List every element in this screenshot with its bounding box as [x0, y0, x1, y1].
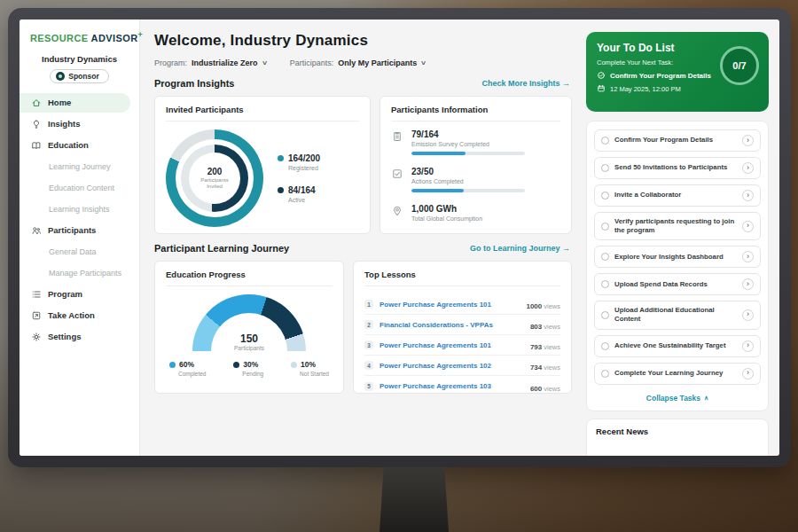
- chevron-right-icon[interactable]: ›: [742, 135, 754, 146]
- lesson-row[interactable]: 5 Power Purchase Agreements 103 600views: [364, 376, 560, 396]
- sidebar-item-label: Participants: [48, 225, 96, 235]
- lesson-row[interactable]: 1 Power Purchase Agreements 101 1000view…: [364, 294, 560, 315]
- chevron-up-icon: ∧: [704, 395, 708, 402]
- lesson-link[interactable]: Financial Considerations - VPPAs: [379, 321, 524, 329]
- lesson-link[interactable]: Power Purchase Agreements 101: [379, 301, 520, 309]
- check-circle-icon: [597, 71, 606, 80]
- program-filter-value: Industrialize Zero: [192, 59, 258, 67]
- invited-total-label: Participants Invited: [194, 177, 235, 191]
- gauge-legend: 60% Completed 30% Pending 10%: [169, 360, 329, 377]
- insights-cards-row: Invited Participants 200 Participants In…: [154, 96, 572, 234]
- task-item[interactable]: Achieve One Sustainability Target ›: [594, 335, 761, 357]
- consumption-pin-icon: [391, 205, 403, 217]
- sidebar-item-take-action[interactable]: Take Action: [20, 306, 130, 325]
- app-logo: RESOURCE ADVISOR+: [20, 30, 139, 43]
- task-checkbox[interactable]: [601, 164, 609, 172]
- page-title: Welcome, Industry Dynamics: [154, 32, 572, 50]
- task-item[interactable]: Upload Additional Educational Content ›: [594, 301, 761, 329]
- learning-journey-header: Participant Learning Journey Go to Learn…: [154, 243, 570, 254]
- task-checkbox[interactable]: [601, 342, 609, 350]
- task-label: Achieve One Sustainability Target: [614, 341, 737, 350]
- legend-dot: [291, 362, 297, 368]
- lesson-link[interactable]: Power Purchase Agreements 103: [379, 382, 524, 390]
- invited-donut-chart: 200 Participants Invited 164/200: [166, 129, 359, 227]
- legend-dot: [169, 362, 176, 368]
- donut-chart: 200 Participants Invited: [166, 129, 263, 227]
- chevron-right-icon[interactable]: ›: [742, 368, 754, 379]
- actions-completed-row: 23/50 Actions Completed: [391, 167, 560, 192]
- task-item[interactable]: Upload Spend Data Records ›: [594, 273, 761, 295]
- education-gauge-chart: 150 Participants: [192, 294, 306, 351]
- task-checkbox[interactable]: [601, 137, 609, 145]
- chevron-right-icon[interactable]: ›: [742, 221, 754, 232]
- sidebar-item-label: Home: [48, 98, 71, 107]
- task-item[interactable]: Invite a Collaborator ›: [594, 184, 761, 207]
- link-label: Check More Insights: [481, 79, 559, 88]
- lesson-views-unit: views: [544, 302, 560, 310]
- sidebar-item-label: Learning Insights: [49, 205, 110, 214]
- check-more-insights-link[interactable]: Check More Insights →: [481, 79, 570, 88]
- sidebar-item-learning-insights[interactable]: Learning Insights: [20, 200, 139, 219]
- lesson-row[interactable]: 4 Power Purchase Agreements 102 734views: [364, 356, 560, 376]
- metric-label: Total Global Consumption: [411, 215, 482, 222]
- chevron-right-icon[interactable]: ›: [742, 162, 754, 174]
- chevron-right-icon[interactable]: ›: [742, 309, 754, 321]
- chevron-right-icon[interactable]: ›: [742, 340, 754, 352]
- sidebar-item-label: Settings: [48, 332, 81, 341]
- legend-not-started: 10% Not Started: [291, 360, 329, 377]
- legend-pending: 30% Pending: [233, 360, 263, 377]
- sidebar-item-participants[interactable]: Participants: [20, 221, 130, 240]
- sidebar-item-insights[interactable]: Insights: [20, 114, 130, 134]
- sponsor-badge[interactable]: Sponsor: [50, 69, 108, 83]
- task-item[interactable]: Explore Your Insights Dashboard ›: [594, 246, 761, 268]
- task-checkbox[interactable]: [601, 192, 609, 200]
- task-checkbox[interactable]: [601, 223, 609, 231]
- task-item[interactable]: Confirm Your Program Details ›: [594, 129, 761, 152]
- program-filter-dropdown[interactable]: Program: Industrialize Zero ∨: [154, 59, 267, 67]
- lesson-views-unit: views: [544, 364, 560, 372]
- lesson-link[interactable]: Power Purchase Agreements 102: [379, 362, 524, 370]
- invited-total: 200: [207, 167, 223, 176]
- sidebar-item-home[interactable]: Home: [20, 93, 130, 113]
- legend-label: Completed: [178, 371, 206, 377]
- sidebar-item-label: Education Content: [49, 184, 114, 192]
- education-progress-card: Education Progress 150 Participants: [154, 261, 344, 394]
- go-to-learning-journey-link[interactable]: Go to Learning Journey →: [470, 244, 570, 253]
- chevron-right-icon[interactable]: ›: [742, 278, 754, 290]
- sidebar-item-education[interactable]: Education: [20, 136, 130, 155]
- participants-filter-dropdown[interactable]: Participants: Only My Participants ∨: [290, 59, 426, 67]
- collapse-tasks-link[interactable]: Collapse Tasks ∧: [594, 390, 761, 405]
- sidebar-item-label: General Data: [49, 247, 97, 256]
- sidebar: RESOURCE ADVISOR+ Industry Dynamics Spon…: [20, 20, 140, 456]
- task-label: Complete Your Learning Journey: [614, 369, 737, 378]
- legend-active: 84/164 Active: [278, 185, 320, 203]
- sidebar-item-education-content[interactable]: Education Content: [20, 178, 139, 198]
- donut-legend: 164/200 Registered 84/164 Active: [278, 153, 320, 203]
- sidebar-item-settings[interactable]: Settings: [20, 327, 130, 347]
- task-item[interactable]: Complete Your Learning Journey ›: [594, 363, 761, 385]
- education-icon: [31, 140, 42, 151]
- consumption-row: 1,000 GWh Total Global Consumption: [391, 204, 560, 222]
- task-label: Verify participants requesting to join t…: [614, 217, 737, 235]
- sidebar-item-program[interactable]: Program: [20, 285, 130, 304]
- filter-bar: Program: Industrialize Zero ∨ Participan…: [154, 59, 572, 67]
- task-checkbox[interactable]: [601, 253, 609, 261]
- lesson-row[interactable]: 2 Financial Considerations - VPPAs 803vi…: [364, 315, 560, 335]
- task-label: Upload Spend Data Records: [614, 280, 737, 289]
- legend-dot: [233, 362, 239, 368]
- sidebar-item-learning-journey[interactable]: Learning Journey: [20, 157, 139, 176]
- lesson-link[interactable]: Power Purchase Agreements 101: [379, 341, 524, 349]
- task-item[interactable]: Verify participants requesting to join t…: [594, 212, 761, 240]
- lesson-row[interactable]: 3 Power Purchase Agreements 101 793views: [364, 335, 560, 356]
- settings-icon: [31, 332, 42, 342]
- chevron-right-icon[interactable]: ›: [742, 251, 754, 262]
- section-title: Participant Learning Journey: [154, 243, 289, 254]
- task-item[interactable]: Send 50 Invitations to Participants ›: [594, 157, 761, 179]
- sidebar-item-general-data[interactable]: General Data: [20, 242, 139, 262]
- task-checkbox[interactable]: [601, 370, 609, 378]
- task-checkbox[interactable]: [601, 280, 609, 288]
- sidebar-item-manage-participants[interactable]: Manage Participants: [20, 263, 139, 283]
- task-checkbox[interactable]: [601, 311, 609, 319]
- legend-completed: 60% Completed: [169, 360, 206, 377]
- chevron-right-icon[interactable]: ›: [742, 190, 754, 201]
